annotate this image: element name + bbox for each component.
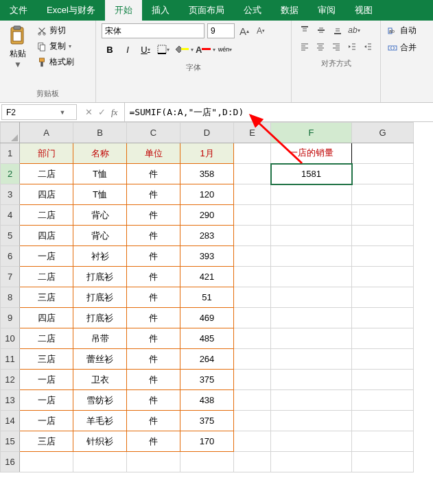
fill-dropdown[interactable]: ▾: [191, 47, 194, 53]
col-header-G[interactable]: G: [352, 123, 414, 143]
cell[interactable]: 件: [127, 431, 180, 452]
cell[interactable]: [234, 370, 271, 390]
row-header[interactable]: 7: [1, 267, 20, 287]
cell[interactable]: [234, 390, 271, 411]
align-left-button[interactable]: [297, 40, 312, 53]
cell[interactable]: 打底衫: [73, 287, 127, 308]
cell[interactable]: [271, 328, 352, 349]
cell[interactable]: 吊带: [73, 328, 127, 349]
row-header[interactable]: 9: [1, 308, 20, 328]
cell[interactable]: T恤: [73, 184, 127, 205]
cell[interactable]: 469: [180, 308, 234, 328]
underline-button[interactable]: U▾: [137, 41, 154, 58]
cut-button[interactable]: 剪切: [34, 23, 77, 38]
cell[interactable]: 件: [127, 390, 180, 411]
row-header[interactable]: 15: [1, 431, 20, 452]
cell[interactable]: [352, 267, 414, 287]
cell[interactable]: [271, 308, 352, 328]
cell[interactable]: [271, 411, 352, 431]
cell[interactable]: 件: [127, 246, 180, 267]
row-header[interactable]: 14: [1, 411, 20, 431]
cell[interactable]: 件: [127, 205, 180, 226]
cell[interactable]: 一店: [20, 370, 73, 390]
cell[interactable]: [352, 164, 414, 184]
align-right-button[interactable]: [329, 40, 343, 53]
cell[interactable]: [352, 246, 414, 267]
cell[interactable]: 卫衣: [73, 370, 127, 390]
cell[interactable]: 375: [180, 370, 234, 390]
select-all-corner[interactable]: [1, 123, 20, 143]
format-painter-button[interactable]: 格式刷: [34, 55, 77, 69]
cell[interactable]: 部门: [20, 143, 73, 164]
merge-button[interactable]: 合并: [386, 40, 428, 55]
decrease-font-button[interactable]: A▾: [254, 24, 268, 38]
cell[interactable]: T恤: [73, 164, 127, 184]
cell[interactable]: 件: [127, 164, 180, 184]
cell[interactable]: [352, 411, 414, 431]
cell[interactable]: 393: [180, 246, 234, 267]
cell[interactable]: 件: [127, 349, 180, 370]
cell[interactable]: 件: [127, 370, 180, 390]
menu-file[interactable]: 文件: [0, 0, 37, 21]
bold-button[interactable]: B: [102, 41, 118, 58]
menu-data[interactable]: 数据: [271, 0, 308, 21]
cell[interactable]: 二店: [20, 164, 73, 184]
cell[interactable]: 名称: [73, 143, 127, 164]
cell[interactable]: [234, 267, 271, 287]
row-header[interactable]: 8: [1, 287, 20, 308]
cell[interactable]: [271, 226, 352, 246]
fx-button[interactable]: fx: [111, 107, 117, 118]
cell[interactable]: [20, 452, 73, 472]
cell[interactable]: [234, 431, 271, 452]
cell[interactable]: [271, 184, 352, 205]
cell[interactable]: 二店: [20, 267, 73, 287]
cell[interactable]: [234, 205, 271, 226]
font-size-input[interactable]: [207, 23, 235, 38]
cell[interactable]: [352, 349, 414, 370]
cell[interactable]: 170: [180, 431, 234, 452]
row-header[interactable]: 6: [1, 246, 20, 267]
cell[interactable]: [271, 205, 352, 226]
row-header[interactable]: 2: [1, 164, 20, 184]
cell[interactable]: 四店: [20, 308, 73, 328]
align-bottom-button[interactable]: [330, 23, 345, 37]
row-header[interactable]: 11: [1, 349, 20, 370]
decrease-indent-button[interactable]: [344, 40, 359, 53]
col-header-A[interactable]: A: [20, 123, 73, 143]
cell[interactable]: [234, 287, 271, 308]
cell[interactable]: [234, 226, 271, 246]
cell[interactable]: [352, 205, 414, 226]
cell[interactable]: 1月: [180, 143, 234, 164]
cell[interactable]: 件: [127, 267, 180, 287]
spreadsheet-grid[interactable]: A B C D E F G 1部门名称单位1月一店的销量2二店T恤件358158…: [0, 122, 414, 472]
cell[interactable]: [271, 370, 352, 390]
cell[interactable]: [271, 287, 352, 308]
cell[interactable]: [352, 143, 414, 164]
cell[interactable]: 一店: [20, 411, 73, 431]
cell[interactable]: 264: [180, 349, 234, 370]
row-header[interactable]: 4: [1, 205, 20, 226]
cell[interactable]: 件: [127, 287, 180, 308]
cell[interactable]: [271, 431, 352, 452]
cell[interactable]: [271, 452, 352, 472]
increase-font-button[interactable]: A▴: [237, 24, 251, 38]
cell[interactable]: 件: [127, 184, 180, 205]
font-color-button[interactable]: A: [195, 41, 211, 58]
cell[interactable]: 件: [127, 411, 180, 431]
name-box-input[interactable]: [2, 108, 57, 117]
cell[interactable]: 背心: [73, 226, 127, 246]
cell[interactable]: 衬衫: [73, 246, 127, 267]
cell[interactable]: [271, 349, 352, 370]
menu-layout[interactable]: 页面布局: [179, 0, 234, 21]
increase-indent-button[interactable]: [360, 40, 375, 53]
cell[interactable]: [352, 390, 414, 411]
align-top-button[interactable]: [297, 23, 312, 37]
cell[interactable]: 一店: [20, 390, 73, 411]
cell[interactable]: [352, 431, 414, 452]
cell[interactable]: 背心: [73, 205, 127, 226]
col-header-B[interactable]: B: [73, 123, 127, 143]
cell[interactable]: [234, 308, 271, 328]
cell[interactable]: 羊毛衫: [73, 411, 127, 431]
cell[interactable]: [234, 349, 271, 370]
align-center-button[interactable]: [313, 40, 327, 53]
